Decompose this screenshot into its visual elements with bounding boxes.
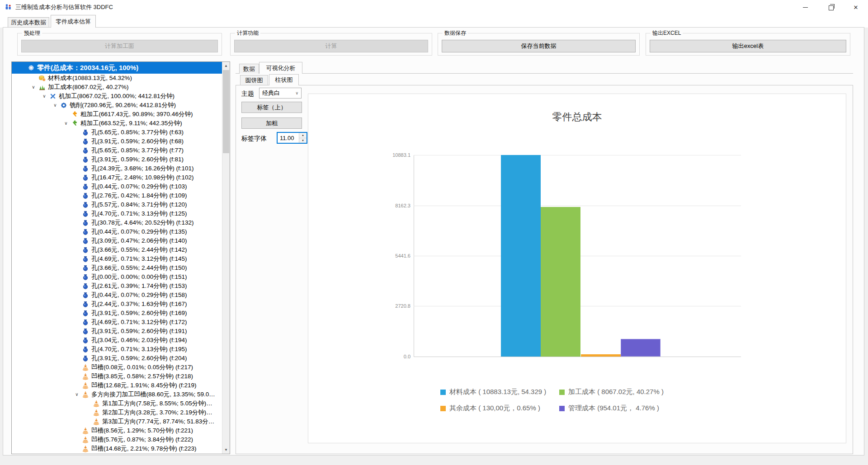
wrench-green-icon (71, 120, 79, 127)
tree-item[interactable]: 孔(24.39元, 3.68%; 16.26分钟) (f:101) (12, 164, 222, 173)
hole-icon (81, 156, 90, 163)
tree-item[interactable]: 孔(5.65元, 0.85%; 3.77分钟) (f:77) (12, 146, 222, 155)
label-position-button[interactable]: 标签（上） (241, 102, 302, 113)
tree-item[interactable]: 孔(30.78元, 4.64%; 20.52分钟) (f:132) (12, 218, 222, 227)
tree-item[interactable]: 第3加工方向(77.74元, 87.74%; 51.83分… (12, 417, 222, 426)
expander-icon[interactable]: ∨ (29, 85, 38, 89)
tree-item[interactable]: 孔(3.91元, 0.59%; 2.60分钟) (f:169) (12, 309, 222, 318)
legend-item[interactable]: 管理成本 (954.01元， 4.76% ) (559, 404, 659, 413)
tree-item[interactable]: 零件(总成本：20034.16元, 100%) (12, 62, 222, 74)
tree-item[interactable]: 孔(5.57元, 0.84%; 3.71分钟) (f:120) (12, 200, 222, 209)
tree-item[interactable]: 孔(0.44元, 0.07%; 0.29分钟) (f:135) (12, 227, 222, 236)
legend-marker-icon (559, 406, 565, 411)
tree-item[interactable]: 第2加工方向(3.28元, 3.70%; 2.19分钟)… (12, 408, 222, 417)
expander-icon[interactable]: ∨ (61, 121, 71, 126)
tab-pie-chart[interactable]: 圆饼图 (240, 75, 268, 85)
save-current-data-button[interactable]: 保存当前数据 (442, 40, 636, 52)
expander-icon[interactable]: ∨ (72, 392, 81, 397)
tree-item[interactable]: 材料成本(10883.13元, 54.32%) (12, 74, 222, 83)
tree-item[interactable]: 粗加工(6617.43元, 90.89%; 3970.46分钟) (12, 110, 222, 119)
tree-item[interactable]: 孔(3.91元, 0.59%; 2.60分钟) (f:191) (12, 327, 222, 336)
tree-item-label: 孔(3.66元, 0.55%; 2.44分钟) (f:150) (91, 264, 187, 272)
tree-item[interactable]: 孔(2.44元, 0.37%; 1.63分钟) (f:167) (12, 300, 222, 309)
group-calculate-legend: 计算功能 (235, 29, 260, 37)
tree-item[interactable]: ∨精加工(663.52元, 9.11%; 442.35分钟) (12, 119, 222, 128)
hole-icon (81, 282, 90, 290)
tree-item-label: 第1加工方向(7.58元, 8.55%; 5.05分钟)… (102, 399, 212, 408)
bold-button[interactable]: 加粗 (241, 117, 302, 129)
tab-data[interactable]: 数据 (239, 64, 259, 74)
part-gear-icon (27, 64, 35, 71)
tree-item[interactable]: 凹槽(3.85元, 0.58%; 2.57分钟) (f:218) (12, 372, 222, 381)
gridline (414, 206, 741, 206)
tree-item[interactable]: 孔(4.70元, 0.71%; 3.13分钟) (f:195) (12, 345, 222, 354)
tree-item-label: 孔(2.61元, 0.39%; 1.74分钟) (f:153) (91, 282, 187, 290)
slot-icon (81, 373, 90, 380)
tree-item-label: 加工成本(8067.02元, 40.27%) (48, 83, 129, 91)
tree-item[interactable]: 孔(3.91元, 0.59%; 2.60分钟) (f:81) (12, 155, 222, 164)
spin-down-icon[interactable]: ▼ (299, 138, 307, 143)
legend-item[interactable]: 其余成本 ( 130,00元，0.65% ) (440, 404, 540, 413)
tree-item[interactable]: ∨铣削(7280.96元, 90.26%; 4412.81分钟) (12, 101, 222, 110)
compute-machined-faces-button[interactable]: 计算加工面 (21, 40, 218, 52)
tree-item[interactable]: 凹槽(0.08元, 0.01%; 0.05分钟) (f:217) (12, 363, 222, 372)
legend-item[interactable]: 加工成本 ( 8067.02元, 40.27% ) (559, 388, 664, 396)
export-excel-button[interactable]: 输出excel表 (650, 40, 846, 52)
close-button[interactable]: ✕ (845, 0, 866, 14)
tree-item-label: 孔(4.69元, 0.71%; 3.12分钟) (f:172) (91, 318, 187, 326)
tree-item[interactable]: 孔(3.66元, 0.55%; 2.44分钟) (f:142) (12, 245, 222, 254)
tree-item[interactable]: 孔(3.04元, 0.46%; 2.03分钟) (f:194) (12, 336, 222, 345)
tree-item[interactable]: 凹槽(8.56元, 1.29%; 5.70分钟) (f:221) (12, 426, 222, 435)
coins-icon (38, 75, 46, 82)
slot-icon (81, 391, 90, 398)
tree-item[interactable]: 第1加工方向(7.58元, 8.55%; 5.05分钟)… (12, 399, 222, 408)
tree-item[interactable]: 孔(4.69元, 0.71%; 3.12分钟) (f:172) (12, 318, 222, 327)
scroll-down-icon[interactable]: ▼ (222, 446, 230, 454)
tree-item[interactable]: ∨多方向接刀加工凹槽(88.60元, 13.35%; 59.0… (12, 390, 222, 399)
tree-item[interactable]: 孔(3.66元, 0.55%; 2.44分钟) (f:150) (12, 263, 222, 272)
tree-item-label: 孔(3.04元, 0.46%; 2.03分钟) (f:194) (91, 336, 187, 344)
tree-item-label: 凹槽(3.85元, 0.58%; 2.57分钟) (f:218) (91, 372, 193, 380)
tree-item[interactable]: 孔(3.91元, 0.59%; 2.60分钟) (f:68) (12, 137, 222, 146)
minimize-button[interactable] (795, 0, 816, 14)
tree-item[interactable]: 孔(0.44元, 0.07%; 0.29分钟) (f:103) (12, 182, 222, 191)
tab-part-cost-estimation[interactable]: 零件成本估算 (51, 15, 96, 28)
title-bar: 三维制造成本分析与估算软件 3DDFC ✕ (0, 0, 868, 14)
tree-item[interactable]: 孔(16.47元, 2.48%; 10.98分钟) (f:102) (12, 173, 222, 182)
calculate-button[interactable]: 计算 (234, 40, 428, 52)
scroll-up-icon[interactable]: ▲ (222, 62, 230, 70)
legend-item[interactable]: 材料成本 ( 10883.13元, 54.329 ) (440, 388, 546, 396)
tree-item[interactable]: ∨加工成本(8067.02元, 40.27%) (12, 83, 222, 92)
tree-item[interactable]: 凹槽(12.68元, 1.91%; 8.45分钟) (f:219) (12, 381, 222, 390)
main-tab-bar: 历史成本数据 零件成本估算 (0, 14, 868, 28)
tab-history-cost-data[interactable]: 历史成本数据 (8, 17, 49, 28)
expander-icon[interactable]: ∨ (51, 103, 60, 108)
restore-button[interactable] (821, 0, 842, 14)
expander-icon[interactable]: ∨ (40, 94, 49, 99)
scrollbar-thumb[interactable] (223, 70, 229, 153)
hole-icon (81, 237, 90, 244)
tree-item[interactable]: 孔(2.76元, 0.42%; 1.84分钟) (f:109) (12, 191, 222, 200)
tree-item[interactable]: 孔(0.00元, 0.00%; 0.00分钟) (f:151) (12, 272, 222, 282)
theme-select[interactable]: 经典白 ∨ (259, 88, 302, 99)
tree-item[interactable]: ∨机加工(8067.02元, 100.00%; 4412.81分钟) (12, 92, 222, 101)
tree-item[interactable]: 孔(5.65元, 0.85%; 3.77分钟) (f:63) (12, 128, 222, 137)
tree-item[interactable]: 凹槽(14.68元, 2.21%; 9.78分钟) (f:223) (12, 444, 222, 453)
tree-item[interactable]: 孔(0.44元, 0.07%; 0.29分钟) (f:158) (12, 291, 222, 300)
tree-scrollbar[interactable]: ▲ ▼ (222, 62, 230, 454)
gridline (414, 155, 741, 155)
tree-item[interactable]: 孔(4.69元, 0.71%; 3.12分钟) (f:145) (12, 254, 222, 263)
hole-icon (81, 192, 90, 199)
tree-item[interactable]: 凹槽(5.76元, 0.87%; 3.84分钟) (f:222) (12, 435, 222, 444)
tree-item-label: 粗加工(6617.43元, 90.89%; 3970.46分钟) (80, 110, 193, 118)
spin-up-icon[interactable]: ▲ (299, 133, 307, 138)
tree-item-label: 孔(3.91元, 0.59%; 2.60分钟) (f:191) (91, 327, 187, 335)
tree-item[interactable]: 孔(2.61元, 0.39%; 1.74分钟) (f:153) (12, 282, 222, 291)
tree-item[interactable]: 孔(4.70元, 0.71%; 3.13分钟) (f:125) (12, 209, 222, 218)
tree-item[interactable]: 孔(3.09元, 0.47%; 2.06分钟) (f:140) (12, 236, 222, 245)
tree-item[interactable]: 孔(3.91元, 0.59%; 2.60分钟) (f:204) (12, 354, 222, 363)
slot-icon (81, 436, 90, 443)
tab-bar-chart[interactable]: 柱状图 (269, 74, 299, 85)
font-size-spinner[interactable]: 11.00 ▲ ▼ (277, 132, 307, 144)
tab-visual-analysis[interactable]: 可视化分析 (259, 62, 302, 74)
